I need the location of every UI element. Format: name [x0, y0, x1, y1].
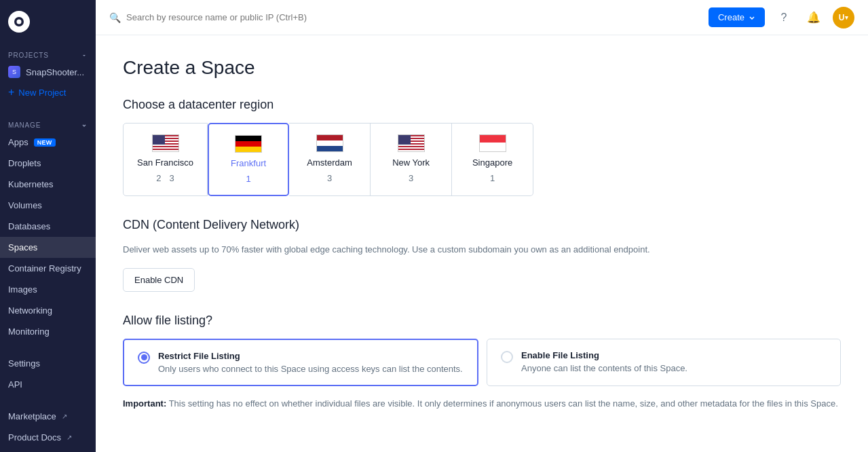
sidebar-item-spaces[interactable]: Spaces — [0, 237, 96, 258]
sidebar-item-databases[interactable]: Databases — [0, 216, 96, 237]
sidebar-item-kubernetes[interactable]: Kubernetes — [0, 174, 96, 195]
volumes-label: Volumes — [8, 200, 42, 210]
search-icon: 🔍 — [109, 12, 121, 23]
restrict-title: Restrict File Listing — [158, 351, 464, 361]
sidebar-item-api[interactable]: API — [0, 374, 96, 395]
region-card-frankfurt[interactable]: Frankfurt 1 — [208, 123, 289, 196]
enable-file-listing-card[interactable]: Enable File Listing Anyone can list the … — [487, 339, 841, 386]
apps-new-badge: NEW — [34, 138, 56, 147]
region-count-frankfurt: 1 — [246, 174, 250, 184]
projects-section-label: PROJECTS — [0, 43, 96, 62]
notifications-button[interactable]: 🔔 — [803, 7, 825, 29]
enable-listing-desc: Anyone can list the contents of this Spa… — [521, 363, 827, 373]
restrict-file-listing-card[interactable]: Restrict File Listing Only users who con… — [123, 339, 478, 386]
file-listing-section: Allow file listing? Restrict File Listin… — [123, 314, 841, 411]
apps-label: Apps — [8, 137, 29, 147]
project-name: SnapShooter... — [26, 67, 84, 77]
sidebar-item-volumes[interactable]: Volumes — [0, 195, 96, 216]
cdn-section: CDN (Content Delivery Network) Deliver w… — [123, 218, 841, 292]
new-project-button[interactable]: + New Project — [0, 82, 96, 102]
flag-nl-icon — [316, 134, 343, 152]
region-name-frankfurt: Frankfurt — [231, 158, 266, 168]
region-name-ny: New York — [392, 157, 430, 168]
restrict-card-content: Restrict File Listing Only users who con… — [158, 351, 464, 374]
create-button[interactable]: Create — [709, 7, 765, 27]
region-section: Choose a datacenter region San Francisco… — [123, 98, 841, 196]
databases-label: Databases — [8, 221, 50, 231]
sidebar-item-marketplace[interactable]: Marketplace ↗ — [0, 406, 96, 427]
marketplace-label: Marketplace — [8, 411, 56, 421]
important-label: Important: — [123, 398, 166, 409]
region-card-san-francisco[interactable]: San Francisco 2 3 — [123, 123, 208, 196]
manage-section-label: MANAGE — [0, 113, 96, 132]
enable-listing-title: Enable File Listing — [521, 350, 827, 360]
help-button[interactable]: ? — [773, 7, 795, 29]
region-section-title: Choose a datacenter region — [123, 98, 841, 112]
sidebar-item-apps[interactable]: Apps NEW — [0, 132, 96, 153]
sidebar-item-product-docs[interactable]: Product Docs ↗ — [0, 427, 96, 448]
flag-de-icon — [235, 135, 262, 153]
project-item[interactable]: S SnapShooter... — [0, 62, 96, 82]
region-card-amsterdam[interactable]: Amsterdam 3 — [289, 123, 371, 196]
sidebar-item-networking[interactable]: Networking — [0, 300, 96, 321]
sidebar-logo — [0, 0, 96, 43]
flag-sg-icon — [479, 134, 506, 152]
sidebar-item-droplets[interactable]: Droplets — [0, 153, 96, 174]
region-count-amsterdam: 3 — [327, 173, 332, 183]
logo-icon — [8, 11, 30, 33]
spaces-label: Spaces — [8, 242, 37, 252]
user-avatar[interactable]: U▾ — [833, 7, 854, 29]
region-count-sf-1: 2 — [156, 173, 161, 183]
restrict-desc: Only users who connect to this Space usi… — [158, 364, 464, 374]
region-count-sf-2: 3 — [170, 173, 174, 183]
monitoring-label: Monitoring — [8, 326, 50, 337]
flag-us-2-icon — [398, 134, 425, 152]
file-listing-cards: Restrict File Listing Only users who con… — [123, 339, 841, 386]
page-title: Create a Space — [123, 57, 841, 79]
sidebar-item-settings[interactable]: Settings — [0, 353, 96, 374]
region-name-sf: San Francisco — [137, 157, 193, 168]
content-area: Create a Space Choose a datacenter regio… — [96, 35, 868, 452]
settings-label: Settings — [8, 358, 40, 369]
images-label: Images — [8, 284, 37, 295]
important-note: Important: This setting has no effect on… — [123, 397, 841, 411]
region-name-singapore: Singapore — [472, 157, 512, 168]
sidebar-item-container-registry[interactable]: Container Registry — [0, 258, 96, 279]
search-bar: 🔍 — [109, 12, 700, 23]
sidebar: PROJECTS S SnapShooter... + New Project … — [0, 0, 96, 452]
region-count-ny: 3 — [409, 173, 413, 183]
radio-inner — [141, 354, 147, 360]
enable-radio[interactable] — [501, 351, 513, 363]
cdn-section-title: CDN (Content Delivery Network) — [123, 218, 841, 232]
main-wrapper: 🔍 Create ? 🔔 U▾ Create a Space Choose a … — [96, 0, 868, 452]
svg-point-2 — [17, 20, 22, 24]
region-name-amsterdam: Amsterdam — [307, 157, 352, 168]
search-input[interactable] — [126, 12, 330, 22]
enable-card-content: Enable File Listing Anyone can list the … — [521, 350, 827, 373]
external-link-icon-2: ↗ — [67, 434, 72, 441]
region-cards: San Francisco 2 3 Frank — [123, 123, 841, 196]
enable-cdn-button[interactable]: Enable CDN — [123, 268, 195, 292]
new-project-label: New Project — [18, 88, 66, 98]
create-label: Create — [718, 12, 744, 22]
sidebar-item-support[interactable]: Support ↗ — [0, 448, 96, 452]
region-count-singapore: 1 — [490, 173, 495, 183]
container-registry-label: Container Registry — [8, 263, 81, 274]
sidebar-item-monitoring[interactable]: Monitoring — [0, 321, 96, 342]
flag-us-icon — [152, 134, 179, 152]
help-icon: ? — [781, 12, 787, 24]
product-docs-label: Product Docs — [8, 432, 61, 442]
droplets-label: Droplets — [8, 158, 41, 168]
sidebar-item-images[interactable]: Images — [0, 279, 96, 300]
topbar: 🔍 Create ? 🔔 U▾ — [96, 0, 868, 35]
region-card-singapore[interactable]: Singapore 1 — [452, 123, 533, 196]
networking-label: Networking — [8, 305, 52, 316]
cdn-description: Deliver web assets up to 70% faster with… — [123, 243, 841, 257]
kubernetes-label: Kubernetes — [8, 179, 54, 189]
file-listing-title: Allow file listing? — [123, 314, 841, 328]
restrict-radio[interactable] — [138, 352, 150, 364]
topbar-actions: Create ? 🔔 U▾ — [709, 7, 854, 29]
external-link-icon: ↗ — [62, 413, 67, 420]
bell-icon: 🔔 — [807, 11, 820, 24]
region-card-new-york[interactable]: New York 3 — [371, 123, 452, 196]
